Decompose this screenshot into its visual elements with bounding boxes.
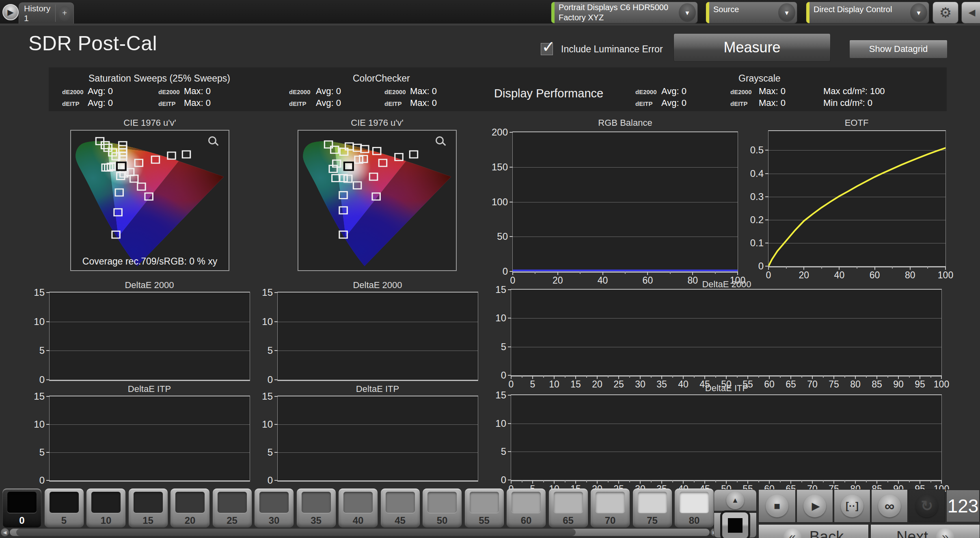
y-tick-mark bbox=[765, 173, 768, 174]
x-tick-minor bbox=[535, 271, 535, 274]
patch-label: 40 bbox=[339, 515, 378, 526]
settings-button[interactable]: ⚙ bbox=[933, 2, 958, 24]
measure-button[interactable]: Measure bbox=[673, 33, 831, 62]
x-tick-minor bbox=[608, 480, 609, 482]
patch-button-75[interactable]: 75 bbox=[633, 489, 672, 527]
x-tick-minor bbox=[780, 480, 781, 482]
patch-button-45[interactable]: 45 bbox=[381, 489, 420, 527]
series-eotf bbox=[768, 148, 945, 266]
de2000-grayscale-plot: 0510150510152025303540455055606570758085… bbox=[511, 289, 942, 377]
x-tick-mark bbox=[512, 271, 513, 275]
patch-label: 35 bbox=[297, 515, 336, 526]
next-button[interactable]: Next » bbox=[870, 524, 980, 538]
patch-swatch bbox=[175, 492, 205, 513]
patch-scrollbar-track[interactable] bbox=[10, 529, 710, 536]
patch-button-55[interactable]: 55 bbox=[465, 489, 504, 527]
window-frame-icon bbox=[720, 510, 750, 538]
stat-value: Max: 0 bbox=[410, 98, 437, 108]
y-tick-mark bbox=[46, 424, 50, 425]
x-tick-mark bbox=[833, 480, 834, 484]
display-control-dropdown[interactable]: Direct Display Control ▼ bbox=[806, 2, 929, 24]
coverage-label: Coverage rec.709/sRGB: 0 % xy bbox=[71, 256, 229, 267]
x-tick-mark bbox=[898, 480, 899, 484]
x-tick-mark bbox=[898, 375, 899, 379]
patch-scroll-up-button[interactable]: ▲ bbox=[714, 489, 757, 511]
stat-value: Avg: 0 bbox=[316, 86, 341, 97]
y-tick-label: 5 bbox=[268, 345, 273, 356]
x-tick-label: 0 bbox=[509, 379, 514, 390]
meter-dropdown[interactable]: Portrait Displays C6 HDR5000 Factory XYZ… bbox=[551, 2, 698, 24]
x-tick-mark bbox=[575, 375, 576, 379]
play-icon: ▶ bbox=[812, 500, 820, 512]
x-tick-mark bbox=[769, 480, 770, 484]
patch-button-25[interactable]: 25 bbox=[213, 489, 252, 527]
x-tick-minor bbox=[629, 480, 630, 482]
source-dropdown[interactable]: Source ▼ bbox=[706, 2, 797, 24]
next-button-label: Next bbox=[896, 528, 928, 538]
patch-button-15[interactable]: 15 bbox=[129, 489, 168, 527]
y-tick-label: 200 bbox=[492, 127, 508, 138]
x-tick-label: 90 bbox=[893, 379, 904, 390]
stat-label: dEITP bbox=[158, 100, 176, 107]
scroll-left-button[interactable]: ◀ bbox=[1, 528, 9, 536]
add-tab-button[interactable]: + bbox=[56, 3, 73, 24]
y-tick-label: 15 bbox=[34, 287, 45, 298]
patch-swatch bbox=[91, 492, 121, 513]
patch-label: 25 bbox=[213, 515, 252, 526]
play-button[interactable]: ▶ bbox=[797, 489, 833, 523]
panel-collapse-button[interactable]: ◀ bbox=[961, 2, 980, 24]
y-tick-mark bbox=[274, 452, 278, 453]
next-chevrons-icon: » bbox=[936, 528, 954, 538]
y-tick-mark bbox=[274, 424, 278, 425]
patch-button-60[interactable]: 60 bbox=[507, 489, 546, 527]
loop-icon: ↻ bbox=[921, 497, 933, 514]
patch-button-30[interactable]: 30 bbox=[255, 489, 294, 527]
patch-label: 65 bbox=[549, 515, 588, 526]
patch-button-5[interactable]: 5 bbox=[45, 489, 84, 527]
continuous-read-button[interactable]: ∞ bbox=[871, 489, 908, 523]
patch-button-40[interactable]: 40 bbox=[339, 489, 378, 527]
gridline bbox=[50, 424, 250, 425]
window-position-button[interactable] bbox=[714, 512, 757, 538]
x-tick-mark bbox=[737, 271, 738, 275]
patch-scrollbar-thumb[interactable] bbox=[16, 529, 576, 536]
stat-label: dE2000 bbox=[730, 88, 752, 95]
y-tick-mark bbox=[508, 423, 511, 424]
patch-button-50[interactable]: 50 bbox=[423, 489, 462, 527]
magnifier-icon[interactable] bbox=[436, 136, 444, 144]
x-tick-mark bbox=[554, 375, 555, 379]
chart-series bbox=[513, 132, 738, 271]
x-tick-minor bbox=[543, 480, 544, 482]
patch-button-65[interactable]: 65 bbox=[549, 489, 588, 527]
x-tick-minor bbox=[821, 266, 822, 269]
x-tick-mark bbox=[597, 480, 598, 484]
gridline bbox=[50, 322, 250, 322]
x-tick-mark bbox=[661, 480, 662, 484]
patch-swatch bbox=[134, 492, 163, 513]
loop-button[interactable]: ↻ bbox=[909, 489, 945, 523]
patch-button-0[interactable]: 0 bbox=[2, 489, 41, 527]
play-icon: ▶ bbox=[7, 7, 13, 17]
x-tick-minor bbox=[909, 480, 910, 482]
x-tick-minor bbox=[892, 266, 893, 269]
x-tick-mark bbox=[910, 266, 911, 270]
cie-diagram-2 bbox=[298, 130, 457, 271]
patch-button-35[interactable]: 35 bbox=[297, 489, 336, 527]
bracket-dots-icon: [··] bbox=[846, 500, 859, 512]
x-tick-minor bbox=[586, 480, 587, 482]
patch-button-70[interactable]: 70 bbox=[591, 489, 630, 527]
display-control-status-accent bbox=[806, 2, 809, 23]
stop-button[interactable]: ■ bbox=[758, 489, 796, 523]
history-tab[interactable]: History 1 + bbox=[19, 2, 74, 24]
show-datagrid-button[interactable]: Show Datagrid bbox=[849, 40, 948, 58]
stat-label: dEITP bbox=[62, 100, 80, 107]
y-tick-mark bbox=[46, 480, 50, 481]
patch-button-10[interactable]: 10 bbox=[86, 489, 125, 527]
y-tick-mark bbox=[46, 321, 50, 322]
back-button[interactable]: « Back bbox=[758, 524, 869, 538]
magnifier-icon[interactable] bbox=[208, 136, 216, 144]
read-window-button[interactable]: [··] bbox=[834, 489, 870, 523]
patch-button-80[interactable]: 80 bbox=[675, 489, 714, 527]
patch-button-20[interactable]: 20 bbox=[171, 489, 209, 527]
nav-expand-button[interactable]: ▶ bbox=[2, 4, 19, 20]
